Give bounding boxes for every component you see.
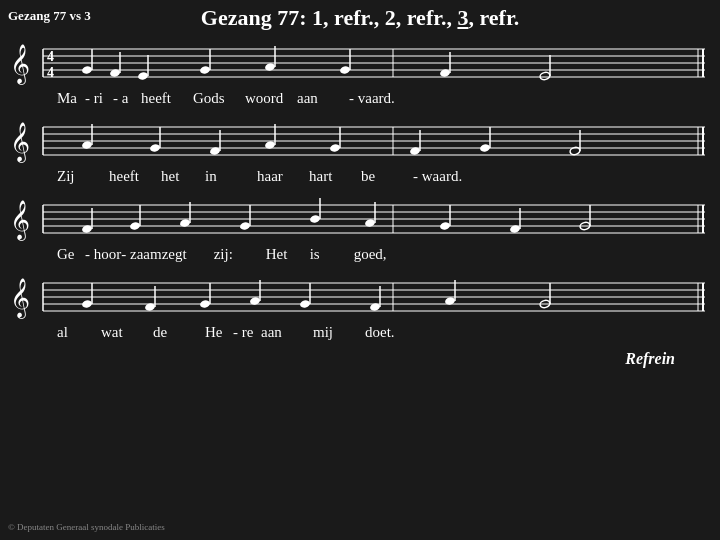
lyric-word: de <box>153 324 205 341</box>
svg-text:𝄞: 𝄞 <box>10 44 30 85</box>
lyric-word: zij: <box>214 246 266 263</box>
svg-point-9 <box>81 65 92 74</box>
copyright-label: © Deputaten Generaal synodale Publicatie… <box>8 522 165 532</box>
lyric-word: Ge <box>57 246 85 263</box>
svg-point-47 <box>479 143 490 152</box>
svg-point-93 <box>199 299 210 308</box>
svg-point-15 <box>199 65 210 74</box>
staff-2: 𝄞 <box>5 113 715 163</box>
staff-4: 𝄞 <box>5 269 715 319</box>
lyrics-2: Zij heeft het in haar hart be - waard. <box>5 163 715 189</box>
lyric-word: He <box>205 324 233 341</box>
score-container: 𝄞 4 4 <box>5 35 715 380</box>
svg-point-69 <box>309 214 320 223</box>
lyric-word: al <box>57 324 101 341</box>
lyric-word: - re <box>233 324 261 341</box>
lyric-word: aan <box>297 90 349 107</box>
svg-point-73 <box>439 221 450 230</box>
lyric-word: - zaam <box>121 246 161 263</box>
svg-point-37 <box>149 143 160 152</box>
lyric-word: heeft <box>109 168 161 185</box>
lyric-word: wat <box>101 324 153 341</box>
svg-text:4: 4 <box>47 65 54 80</box>
svg-point-13 <box>137 71 148 80</box>
lyric-word: heeft <box>141 90 193 107</box>
row-block-1: 𝄞 4 4 <box>5 35 715 111</box>
lyric-word: in <box>205 168 257 185</box>
row-block-4: 𝄞 <box>5 269 715 345</box>
svg-point-23 <box>539 71 550 80</box>
refrein-row: Refrein <box>5 350 715 380</box>
svg-point-19 <box>339 65 350 74</box>
lyric-word: - a <box>113 90 141 107</box>
staff-3: 𝄞 <box>5 191 715 241</box>
lyric-word: is <box>310 246 354 263</box>
lyrics-1: Ma - ri - a heeft Gods woord aan - vaard… <box>5 85 715 111</box>
svg-point-97 <box>299 299 310 308</box>
lyric-word: zegt <box>162 246 214 263</box>
staff-svg-2: 𝄞 <box>5 113 715 163</box>
lyric-word: - waard. <box>413 168 462 185</box>
lyric-word: woord <box>245 90 297 107</box>
lyric-word: het <box>161 168 205 185</box>
lyric-word: doet. <box>365 324 417 341</box>
song-title: Gezang 77: 1, refr., 2, refr., 3, refr. <box>0 5 720 31</box>
svg-point-63 <box>129 221 140 230</box>
lyric-word: hart <box>309 168 361 185</box>
staff-svg-3: 𝄞 <box>5 191 715 241</box>
lyric-word: Zij <box>57 168 109 185</box>
lyric-word: goed, <box>354 246 406 263</box>
row-block-2: 𝄞 Zij <box>5 113 715 189</box>
lyric-word: Het <box>266 246 310 263</box>
svg-text:𝄞: 𝄞 <box>10 278 30 319</box>
lyric-word: Gods <box>193 90 245 107</box>
lyrics-3: Ge - hoor - zaam zegt zij: Het is goed, <box>5 241 715 267</box>
svg-text:𝄞: 𝄞 <box>10 200 30 241</box>
lyric-word: be <box>361 168 413 185</box>
lyric-word: mij <box>313 324 365 341</box>
svg-text:4: 4 <box>47 49 54 64</box>
staff-svg-1: 𝄞 4 4 <box>5 35 715 85</box>
lyric-word: haar <box>257 168 309 185</box>
lyrics-4: al wat de He - re aan mij doet. <box>5 319 715 345</box>
svg-point-43 <box>329 143 340 152</box>
lyric-word: - hoor <box>85 246 121 263</box>
lyric-word: aan <box>261 324 313 341</box>
lyric-word: - vaard. <box>349 90 395 107</box>
row-block-3: 𝄞 <box>5 191 715 267</box>
refrein-label: Refrein <box>625 350 675 368</box>
lyric-word: - ri <box>85 90 113 107</box>
svg-point-67 <box>239 221 250 230</box>
svg-text:𝄞: 𝄞 <box>10 122 30 163</box>
staff-svg-4: 𝄞 <box>5 269 715 319</box>
svg-point-89 <box>81 299 92 308</box>
lyric-word: Ma <box>57 90 85 107</box>
title-text: Gezang 77: 1, refr., 2, refr., 3, refr. <box>201 5 519 30</box>
staff-1: 𝄞 4 4 <box>5 35 715 85</box>
